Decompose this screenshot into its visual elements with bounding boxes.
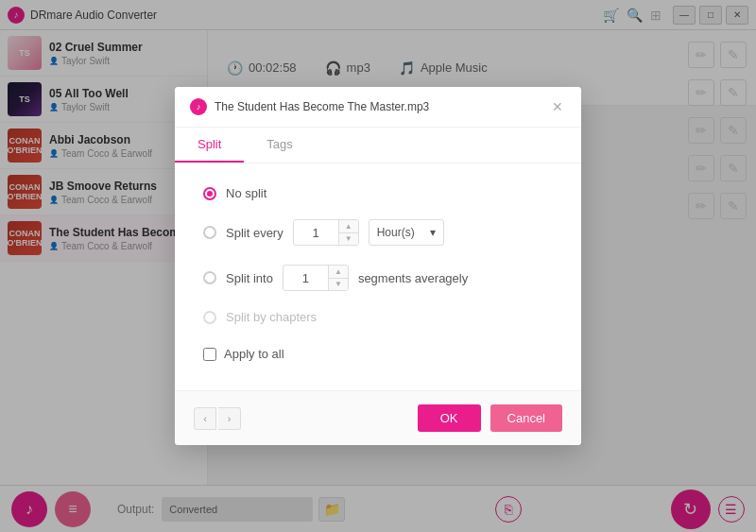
split-every-input[interactable]: 1 ▲ ▼	[293, 219, 359, 246]
split-into-value: 1	[284, 266, 329, 290]
apply-to-all-checkbox[interactable]	[203, 348, 216, 361]
tab-tags[interactable]: Tags	[244, 128, 315, 163]
cancel-button[interactable]: Cancel	[490, 404, 562, 432]
split-every-label: Split every	[226, 226, 284, 240]
split-options: No split Split every 1 ▲ ▼ Hour(s)	[203, 186, 553, 324]
modal-overlay: ♪ The Student Has Become The Master.mp3 …	[0, 0, 756, 532]
unit-value: Hour(s)	[377, 226, 415, 239]
split-into-arrows: ▲ ▼	[329, 266, 348, 290]
modal-title: The Student Has Become The Master.mp3	[215, 100, 549, 113]
split-modal: ♪ The Student Has Become The Master.mp3 …	[175, 87, 581, 445]
split-into-option[interactable]: Split into 1 ▲ ▼ segments averagely	[203, 265, 553, 291]
split-by-chapters-label: Split by chapters	[226, 310, 317, 324]
split-every-down[interactable]: ▼	[339, 233, 358, 246]
unit-chevron: ▾	[430, 226, 436, 239]
no-split-option[interactable]: No split	[203, 186, 553, 200]
ok-button[interactable]: OK	[418, 404, 481, 432]
modal-content: No split Split every 1 ▲ ▼ Hour(s)	[175, 163, 581, 390]
no-split-label: No split	[226, 186, 266, 200]
split-every-value: 1	[294, 220, 339, 245]
split-every-up[interactable]: ▲	[339, 220, 358, 233]
split-every-radio[interactable]	[203, 226, 216, 239]
modal-footer: ‹ › OK Cancel	[175, 390, 581, 445]
split-into-label: Split into	[226, 271, 273, 285]
split-into-radio[interactable]	[203, 271, 216, 284]
modal-close-button[interactable]: ✕	[549, 98, 566, 115]
nav-prev-button[interactable]: ‹	[194, 407, 216, 430]
modal-action-buttons: OK Cancel	[418, 404, 562, 432]
modal-app-icon: ♪	[190, 98, 207, 115]
nav-next-button[interactable]: ›	[218, 407, 241, 430]
modal-header: ♪ The Student Has Become The Master.mp3 …	[175, 87, 581, 128]
split-into-up[interactable]: ▲	[329, 266, 348, 279]
unit-select[interactable]: Hour(s) ▾	[369, 219, 444, 246]
split-every-arrows: ▲ ▼	[339, 220, 358, 245]
split-by-chapters-radio	[203, 311, 216, 324]
split-every-option[interactable]: Split every 1 ▲ ▼ Hour(s) ▾	[203, 219, 553, 246]
split-by-chapters-option: Split by chapters	[203, 310, 553, 324]
split-into-input[interactable]: 1 ▲ ▼	[283, 265, 349, 291]
modal-tabs: Split Tags	[175, 128, 581, 163]
tab-split[interactable]: Split	[175, 128, 244, 163]
no-split-radio[interactable]	[203, 187, 216, 200]
split-into-down[interactable]: ▼	[329, 279, 348, 291]
nav-buttons: ‹ ›	[194, 407, 241, 430]
apply-to-all-label: Apply to all	[224, 347, 284, 361]
segments-label: segments averagely	[358, 271, 468, 285]
apply-to-all-row[interactable]: Apply to all	[203, 347, 553, 361]
